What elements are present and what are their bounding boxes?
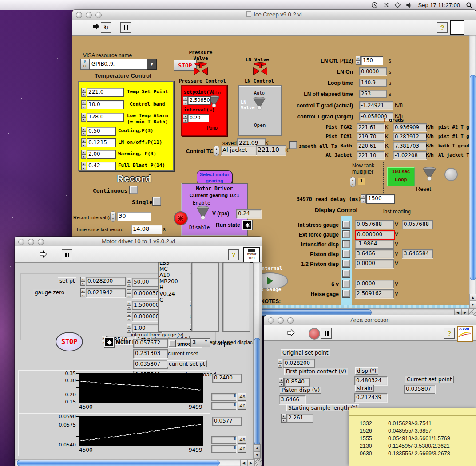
g2-yscale-field[interactable] bbox=[211, 445, 236, 453]
gearing-listbox[interactable]: LBS MC A10 MR200 H- V0.24 G bbox=[158, 262, 190, 332]
vi-icon[interactable]: A corr bbox=[457, 326, 473, 342]
motor-titlebar[interactable]: Motor driver 10 to 1 v9.0.2.vi bbox=[15, 237, 262, 247]
spotlight-icon[interactable] bbox=[464, 0, 473, 10]
motor-resize-grip[interactable] bbox=[255, 459, 262, 466]
force-graph-plot[interactable] bbox=[79, 373, 203, 403]
visa-value[interactable]: GPIB0::9: bbox=[89, 59, 147, 70]
ln-onoff-spinner[interactable]: ▲▼ bbox=[81, 138, 86, 147]
run-icon[interactable] bbox=[40, 250, 47, 260]
first-contact-field[interactable]: 0.8540 bbox=[284, 378, 310, 387]
g2-xscale-field[interactable] bbox=[211, 436, 236, 444]
enable-disable-knob[interactable] bbox=[195, 206, 210, 222]
clock-icon[interactable] bbox=[370, 0, 379, 10]
notes-box[interactable] bbox=[259, 305, 469, 308]
control-band-field[interactable]: 10.0 bbox=[87, 100, 124, 109]
setpoint-field[interactable]: 2.508500 bbox=[188, 96, 211, 105]
reset-knob[interactable] bbox=[422, 167, 436, 183]
half-piston-toggle[interactable] bbox=[342, 260, 350, 268]
listbox-3[interactable] bbox=[222, 262, 250, 332]
g1-yscale-field[interactable] bbox=[211, 402, 236, 410]
setpoint-spinner[interactable]: ▲▼ bbox=[183, 96, 188, 105]
new-tank-value[interactable]: 1 bbox=[358, 178, 365, 185]
run-icon[interactable] bbox=[287, 329, 295, 338]
run-continuous-icon[interactable]: ↻ bbox=[101, 22, 111, 33]
visa-resource-combo[interactable]: I/O GPIB0::9: ▼ bbox=[80, 59, 157, 70]
warming-field[interactable]: 2.00 bbox=[87, 150, 116, 159]
lo-reset-spinner[interactable]: ▲▼ bbox=[127, 312, 131, 321]
g1-xscale-field[interactable] bbox=[211, 393, 236, 401]
num-pts-dropdown[interactable]: 3▼ bbox=[190, 338, 210, 347]
dropdown-arrow-icon[interactable]: ▼ bbox=[147, 59, 157, 70]
sample-length-spinner[interactable]: ▲▼ bbox=[281, 414, 286, 423]
piston-disp-toggle[interactable] bbox=[342, 250, 350, 258]
g2-x-splitter[interactable]: ‖ bbox=[234, 436, 236, 441]
ln-off-field[interactable]: 150 bbox=[361, 56, 383, 65]
loop-150s-button[interactable]: 150-sec Loop bbox=[387, 167, 415, 186]
list-item[interactable]: LBS bbox=[159, 262, 189, 266]
full-blast-spinner[interactable]: ▲▼ bbox=[81, 162, 86, 170]
volume-icon[interactable] bbox=[405, 0, 414, 10]
cooling-spinner[interactable]: ▲▼ bbox=[81, 127, 86, 136]
disp-graph-plot[interactable] bbox=[79, 416, 203, 446]
motor-hscrollbar[interactable]: ◀▶ bbox=[15, 459, 255, 466]
list-item[interactable]: V0.24 bbox=[159, 291, 189, 297]
heise-toggle[interactable] bbox=[342, 290, 350, 298]
first-contact-spinner[interactable]: ▲▼ bbox=[279, 378, 284, 387]
interval-spinner[interactable]: ▲▼ bbox=[183, 114, 188, 123]
help-icon[interactable]: ? bbox=[228, 249, 239, 260]
record-icon[interactable] bbox=[309, 328, 320, 340]
ice-titlebar[interactable]: Ice Creep v9.0.2.vi bbox=[72, 10, 476, 20]
ice-vscroll-thumb[interactable] bbox=[470, 75, 476, 280]
original-setpoint-field[interactable]: 0.028200 bbox=[283, 359, 315, 368]
interval-field[interactable]: 0.20 bbox=[188, 114, 209, 122]
low-temp-alarm-field[interactable]: 128.0 bbox=[87, 113, 124, 122]
int-stress-toggle[interactable] bbox=[342, 221, 350, 229]
continuous-toggle[interactable] bbox=[129, 186, 138, 194]
list-item[interactable]: H- bbox=[159, 284, 189, 291]
record-interval-spinner[interactable]: ▲▼ bbox=[110, 211, 116, 222]
g1-yscale-lock-icon[interactable]: ⊿Y bbox=[238, 402, 246, 410]
int-spinner[interactable]: ▲▼ bbox=[127, 289, 131, 298]
loop-round-button[interactable] bbox=[444, 168, 458, 181]
low-temp-alarm-spinner[interactable]: ▲▼ bbox=[81, 113, 86, 122]
gauge-zero-field[interactable]: 0.021942 bbox=[86, 288, 126, 297]
temp-setpoint-field[interactable]: 221.0 bbox=[87, 88, 124, 97]
control-tc-spinner[interactable]: ▲▼ bbox=[214, 146, 219, 156]
control-band-spinner[interactable]: ▲▼ bbox=[81, 100, 86, 109]
sample-length-field[interactable]: 2.261 bbox=[286, 414, 313, 423]
prop-spinner[interactable]: ▲▼ bbox=[127, 278, 131, 287]
g2-xscale-lock-icon[interactable]: ⊿X bbox=[238, 436, 246, 444]
ext-force-toggle[interactable] bbox=[342, 230, 350, 238]
total-limit-spinner[interactable]: ▲▼ bbox=[127, 324, 131, 333]
motor-vscroll-thumb[interactable] bbox=[254, 338, 260, 445]
g2-yscale-lock-icon[interactable]: ⊿Y bbox=[238, 445, 246, 453]
gauge-zero-spinner[interactable]: ▲▼ bbox=[80, 288, 85, 297]
g1-xscale-lock-icon[interactable]: ⊿X bbox=[238, 393, 246, 401]
vi-icon[interactable]: motor 10:1 bbox=[243, 247, 260, 263]
read-delay-field[interactable]: 1500 bbox=[366, 194, 395, 204]
set-pt-field[interactable]: 0.028200 bbox=[86, 277, 126, 286]
run-state-icon[interactable] bbox=[242, 220, 252, 230]
display-grid-icon[interactable] bbox=[382, 0, 391, 10]
vi-icon[interactable] bbox=[450, 20, 464, 35]
warming-spinner[interactable]: ▲▼ bbox=[81, 150, 86, 159]
shape-menu-icon[interactable] bbox=[393, 0, 402, 10]
run-icon[interactable] bbox=[92, 23, 100, 32]
help-icon[interactable]: ? bbox=[437, 22, 448, 33]
ice-resize-grip[interactable] bbox=[469, 308, 476, 316]
pause-icon[interactable] bbox=[120, 22, 131, 33]
hi-reset-spinner[interactable]: ▲▼ bbox=[127, 301, 131, 310]
pause-icon[interactable] bbox=[62, 249, 72, 260]
original-setpoint-spinner[interactable]: ▲▼ bbox=[278, 359, 282, 368]
list-item[interactable]: MR200 bbox=[159, 278, 189, 284]
area-titlebar[interactable]: Area correction bbox=[264, 315, 476, 325]
motor-hscroll-thumb[interactable] bbox=[17, 460, 220, 466]
g2-y-splitter[interactable]: ‖ bbox=[234, 445, 236, 450]
list-item[interactable]: G bbox=[159, 297, 189, 303]
six-v-toggle[interactable] bbox=[342, 280, 350, 288]
pause-icon[interactable] bbox=[321, 328, 332, 339]
sticky-note[interactable]: 13320.015629/-3.7541 15260.048555/-3.685… bbox=[349, 408, 476, 466]
record-interval-field[interactable]: 30 bbox=[117, 212, 151, 221]
control-tc-channel[interactable]: Al jacket bbox=[221, 146, 256, 155]
read-delay-spinner[interactable]: ▲▼ bbox=[361, 194, 366, 203]
